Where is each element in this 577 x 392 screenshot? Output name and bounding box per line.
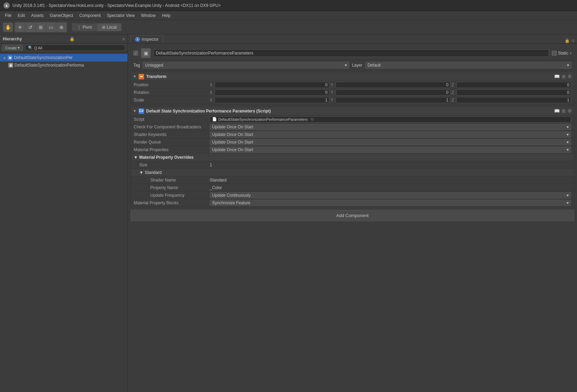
check-broadcasters-dropdown[interactable]: Update Once On Start ▾ — [210, 124, 571, 130]
gameobject-header: ✓ ▣ Static ▾ — [131, 46, 574, 60]
hierarchy-toolbar: Create ▾ 🔍 Q All — [0, 43, 127, 52]
position-x-field: X — [210, 82, 329, 88]
inspector-tab[interactable]: i Inspector — [131, 35, 163, 43]
rotation-z-input[interactable] — [456, 89, 571, 96]
rotate-tool-button[interactable]: ↺ — [25, 22, 36, 32]
object-icon-1: ▣ — [8, 63, 13, 68]
transform-tool-button[interactable]: ⊕ — [56, 22, 67, 32]
position-y-field: Y — [331, 82, 450, 88]
hierarchy-lock-icon[interactable]: 🔒 — [69, 37, 75, 41]
add-component-button[interactable]: Add Component — [131, 210, 574, 221]
standard-header[interactable]: ▼ Standard — [131, 169, 574, 176]
rotation-y-field: Y — [331, 89, 450, 96]
transform-expand-icon: ▼ — [133, 75, 136, 78]
scale-z-input[interactable] — [456, 97, 571, 103]
menu-edit[interactable]: Edit — [15, 12, 28, 19]
hierarchy-panel: Hierarchy 🔒 ≡ Create ▾ 🔍 Q All ◀ ▣ Defau… — [0, 35, 128, 392]
material-properties-value: Update Once On Start — [212, 147, 253, 152]
object-icon-0: ▣ — [8, 55, 12, 60]
script-ref-field: 📄 DefaultStateSynchronizationPerformance… — [210, 116, 571, 122]
title-bar: ▲ Unity 2018.3.14f1 - SpectatorView.Holo… — [0, 0, 577, 11]
local-button[interactable]: ⊛ Local — [97, 23, 122, 31]
script-ref-icon: 📄 — [212, 117, 217, 121]
static-checkbox[interactable] — [552, 51, 557, 56]
inspector-content: ✓ ▣ Static ▾ Tag Untagged ▾ Layer Defau — [128, 43, 577, 392]
menu-help[interactable]: Help — [159, 12, 173, 19]
script-grid-icon[interactable]: ⊞ — [562, 108, 566, 114]
position-y-input[interactable] — [335, 82, 450, 88]
menu-component[interactable]: Component — [76, 12, 103, 19]
gameobject-icon: ▣ — [141, 48, 151, 58]
menu-file[interactable]: File — [2, 12, 14, 19]
create-button[interactable]: Create ▾ — [2, 45, 23, 51]
scale-tool-button[interactable]: ⊞ — [36, 22, 46, 32]
layer-field[interactable]: Default ▾ — [365, 62, 571, 69]
gameobject-active-checkbox[interactable]: ✓ — [133, 51, 138, 56]
transform-component: ▼ ⇔ Transform 📖 ⊞ ⚙ Position X — [131, 72, 574, 104]
transform-book-icon[interactable]: 📖 — [554, 74, 560, 79]
pivot-button[interactable]: ⋮ Pivot — [72, 23, 97, 31]
position-x-input[interactable] — [215, 82, 329, 88]
transform-grid-icon[interactable]: ⊞ — [562, 74, 566, 79]
material-overrides-label: Material Property Overrides — [139, 155, 193, 160]
gameobject-name-field[interactable] — [153, 49, 549, 57]
hierarchy-menu-icon[interactable]: ≡ — [122, 37, 125, 41]
rotation-y-input[interactable] — [335, 89, 450, 96]
menu-gameobject[interactable]: GameObject — [47, 12, 76, 19]
transform-gear-icon[interactable]: ⚙ — [568, 74, 572, 79]
static-label: Static — [558, 51, 568, 56]
hand-tool-button[interactable]: ✋ — [3, 22, 13, 32]
update-frequency-arrow: ▾ — [567, 193, 569, 198]
transform-header[interactable]: ▼ ⇔ Transform 📖 ⊞ ⚙ — [131, 72, 574, 81]
script-ref-value: DefaultStateSynchronizationPerformancePa… — [218, 117, 308, 121]
standard-expand-icon: ▼ — [139, 170, 143, 175]
position-label: Position — [134, 82, 210, 87]
scale-x-input[interactable] — [215, 97, 329, 103]
hierarchy-search[interactable]: 🔍 Q All — [25, 45, 125, 51]
scale-xyz: X Y Z — [210, 97, 571, 103]
update-frequency-dropdown[interactable]: Update Continuously ▾ — [210, 192, 571, 198]
rotation-x-input[interactable] — [215, 89, 329, 96]
script-ref-label: Script — [134, 117, 210, 122]
tag-label: Tag — [133, 63, 140, 68]
static-dropdown-icon[interactable]: ▾ — [570, 51, 571, 55]
scale-z-label: Z — [452, 98, 456, 102]
render-queue-value: Update Once On Start — [212, 140, 253, 145]
render-queue-dropdown[interactable]: Update Once On Start ▾ — [210, 139, 571, 145]
script-header[interactable]: ▼ C# Default State Synchronization Perfo… — [131, 107, 574, 116]
pivot-local-group: ⋮ Pivot ⊛ Local — [72, 23, 122, 31]
size-row: Size 1 — [131, 161, 574, 169]
menu-assets[interactable]: Assets — [28, 12, 46, 19]
script-gear-icon[interactable]: ⚙ — [568, 108, 572, 114]
inspector-lock-icon[interactable]: 🔒 — [565, 38, 570, 43]
inspector-tab-menu-icon[interactable]: ≡ — [572, 38, 574, 43]
scale-y-input[interactable] — [335, 97, 450, 103]
standard-label: Standard — [145, 170, 162, 175]
script-book-icon[interactable]: 📖 — [554, 108, 560, 114]
hierarchy-title: Hierarchy — [3, 37, 22, 41]
rotation-label: Rotation — [134, 90, 210, 95]
material-overrides-header[interactable]: ▼ Material Property Overrides — [131, 154, 574, 161]
position-y-label: Y — [331, 82, 335, 87]
property-name-value: _Color — [210, 185, 571, 190]
script-actions: 📖 ⊞ ⚙ — [554, 108, 572, 114]
position-z-input[interactable] — [456, 82, 571, 88]
material-blocks-dropdown[interactable]: Synchronize Feature ▾ — [210, 200, 571, 206]
render-queue-label: Render Queue — [134, 140, 210, 145]
menu-spectatorview[interactable]: Spectator View — [104, 12, 138, 19]
tag-field[interactable]: Untagged ▾ — [143, 62, 349, 69]
move-tool-button[interactable]: ✛ — [15, 22, 25, 32]
hierarchy-item-0[interactable]: ◀ ▣ DefaultStateSynchronizationPer — [0, 54, 127, 61]
rect-tool-button[interactable]: ▭ — [46, 22, 56, 32]
menu-window[interactable]: Window — [138, 12, 159, 19]
hierarchy-content: ◀ ▣ DefaultStateSynchronizationPer ▣ Def… — [0, 52, 127, 392]
script-circle-button[interactable]: ⊙ — [311, 117, 314, 121]
position-row: Position X Y Z — [131, 81, 574, 89]
material-overrides-expand-icon: ▼ — [134, 155, 138, 160]
hierarchy-item-1[interactable]: ▣ DefaultStateSynchronizationPerforma — [0, 61, 127, 69]
shader-keywords-dropdown[interactable]: Update Once On Start ▾ — [210, 131, 571, 138]
scale-z-field: Z — [452, 97, 571, 103]
tag-layer-row: Tag Untagged ▾ Layer Default ▾ — [131, 60, 574, 70]
toolbar: ✋ ✛ ↺ ⊞ ▭ ⊕ ⋮ Pivot ⊛ Local — [0, 20, 577, 35]
material-properties-dropdown[interactable]: Update Once On Start ▾ — [210, 147, 571, 153]
